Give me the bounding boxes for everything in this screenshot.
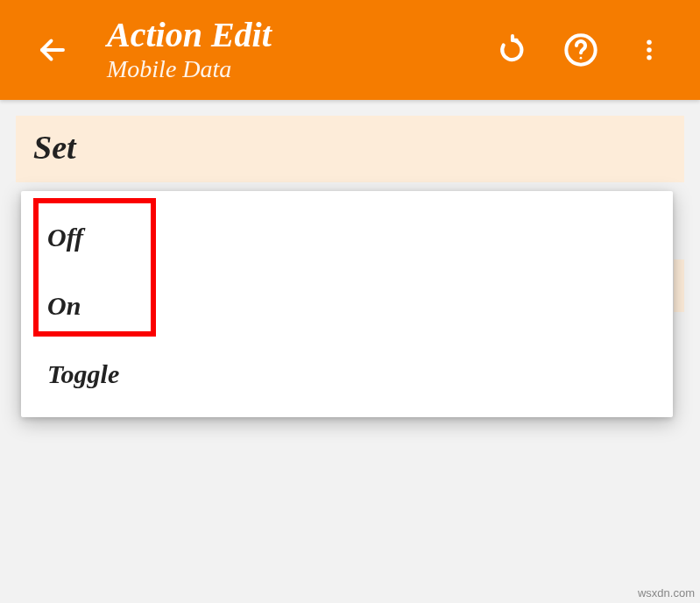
appbar-actions (493, 31, 668, 69)
page-title: Action Edit (107, 17, 493, 53)
app-bar: Action Edit Mobile Data (0, 0, 700, 100)
svg-point-4 (647, 47, 652, 53)
more-vert-icon (636, 33, 662, 67)
help-button[interactable] (562, 31, 600, 69)
svg-point-2 (580, 57, 583, 60)
page-subtitle: Mobile Data (107, 55, 493, 83)
title-block: Action Edit Mobile Data (107, 17, 493, 83)
svg-point-3 (647, 40, 652, 46)
background-strip (674, 259, 684, 312)
option-toggle[interactable]: Toggle (21, 340, 673, 408)
dropdown-panel: Off On Toggle (21, 191, 673, 417)
watermark: wsxdn.com (638, 586, 695, 599)
svg-point-5 (647, 55, 652, 60)
overflow-menu-button[interactable] (630, 31, 668, 69)
option-off[interactable]: Off (21, 203, 673, 272)
back-arrow-icon (37, 34, 68, 66)
undo-icon (496, 33, 529, 67)
back-button[interactable] (32, 29, 74, 71)
option-on[interactable]: On (21, 272, 673, 340)
content-area: Set Off On Toggle (0, 100, 700, 182)
help-icon (563, 32, 598, 67)
undo-button[interactable] (493, 31, 532, 69)
section-header-label: Set (33, 129, 76, 166)
section-header[interactable]: Set (16, 116, 684, 182)
